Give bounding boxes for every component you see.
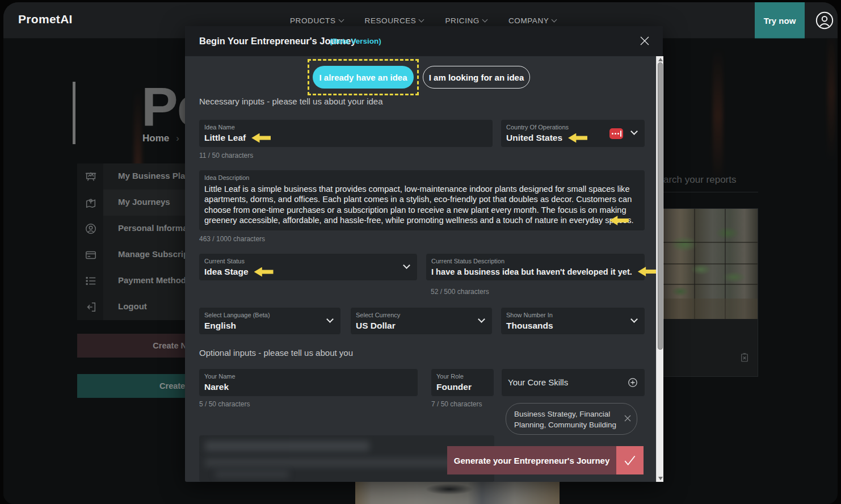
add-skill-icon[interactable] [628, 377, 638, 388]
optional-inputs-heading: Optional inputs - please tell us about y… [199, 348, 353, 358]
beta-version-badge: (Beta Version) [330, 37, 381, 45]
scroll-down-icon[interactable] [658, 477, 663, 480]
language-value: English [204, 321, 236, 331]
core-skills-tag[interactable]: Business Strategy, Financial Planning, C… [506, 403, 637, 435]
country-flag-icon [609, 128, 623, 139]
current-status-description-value: I have a business idea but haven't devel… [431, 267, 632, 276]
idea-description-label: Idea Description [204, 174, 250, 181]
annotation-arrow-icon [251, 133, 271, 143]
language-select[interactable]: Select Language (Beta) English [199, 308, 340, 334]
current-status-label: Current Status [204, 258, 245, 264]
core-skills-tag-text: Business Strategy, Financial Planning, C… [514, 410, 616, 429]
annotation-arrow-icon [568, 133, 587, 143]
current-status-description-field[interactable]: Current Status Description I have a busi… [426, 254, 645, 280]
your-role-counter: 7 / 50 characters [431, 400, 482, 408]
idea-description-value: Little Leaf is a simple business that pr… [204, 184, 638, 226]
chevron-down-icon [478, 316, 485, 323]
current-status-value: Idea Stage [204, 267, 249, 277]
your-role-field[interactable]: Your Role Founder [431, 369, 494, 396]
brand-logo[interactable]: PrometAI [18, 12, 73, 26]
annotation-arrow-icon [638, 267, 657, 276]
generate-confirm-check-icon[interactable] [616, 446, 644, 474]
annotation-arrow-icon [254, 267, 274, 277]
chevron-down-icon [630, 316, 638, 323]
scroll-up-icon[interactable] [658, 58, 663, 61]
chevron-down-icon [338, 16, 344, 22]
core-skills-field[interactable]: Your Core Skills [502, 369, 645, 396]
number-format-value: Thousands [506, 321, 553, 331]
idea-name-field[interactable]: Idea Name Little Leaf [199, 120, 493, 147]
close-icon[interactable] [639, 35, 650, 47]
current-status-select[interactable]: Current Status Idea Stage [199, 254, 417, 280]
try-now-button[interactable]: Try now [755, 2, 805, 39]
your-name-field[interactable]: Your Name Narek [199, 369, 418, 396]
currency-label: Select Currency [356, 312, 400, 318]
app-window: Pe Home › F My Business Plans My Journey… [3, 2, 838, 504]
remove-tag-icon[interactable] [624, 415, 631, 422]
nav-item-products[interactable]: PRODUCTS [290, 16, 343, 25]
necessary-inputs-heading: Necessary inputs - please tell us about … [199, 96, 383, 106]
country-select[interactable]: Country Of Operations United States [501, 120, 645, 147]
idea-name-counter: 11 / 50 characters [199, 152, 253, 159]
modal-scrollbar[interactable] [656, 56, 663, 482]
chevron-down-icon [552, 16, 557, 22]
current-status-description-counter: 52 / 500 characters [431, 288, 489, 296]
chevron-down-icon [326, 316, 334, 323]
core-skills-label: Your Core Skills [508, 377, 568, 387]
idea-name-value: Little Leaf [204, 133, 246, 143]
language-label: Select Language (Beta) [204, 312, 270, 318]
currency-select[interactable]: Select Currency US Dollar [351, 308, 492, 334]
generate-journey-button[interactable]: Generate your Entrepreneur's Journey [447, 446, 616, 474]
your-role-value: Founder [436, 382, 472, 392]
looking-for-idea-toggle-button[interactable]: I am looking for an idea [423, 66, 530, 89]
modal-header: Begin Your Entrepreneur's Journey (Beta … [185, 26, 663, 56]
nav-item-resources[interactable]: RESOURCES [365, 16, 424, 25]
current-status-description-label: Current Status Description [431, 258, 504, 264]
country-value: United States [506, 133, 562, 143]
chevron-down-icon [419, 16, 424, 22]
chevron-down-icon [630, 128, 638, 135]
nav-item-pricing[interactable]: PRICING [445, 16, 486, 25]
number-format-select[interactable]: Show Number In Thousands [501, 308, 645, 334]
currency-value: US Dollar [356, 321, 396, 331]
country-label: Country Of Operations [506, 124, 569, 131]
nav-item-company[interactable]: COMPANY [508, 16, 556, 25]
idea-description-field[interactable]: Idea Description Little Leaf is a simple… [199, 170, 645, 230]
entrepreneur-journey-modal: Begin Your Entrepreneur's Journey (Beta … [185, 26, 663, 482]
scrollbar-thumb[interactable] [658, 62, 663, 350]
your-name-counter: 5 / 50 characters [199, 400, 250, 408]
number-format-label: Show Number In [506, 312, 553, 318]
your-name-label: Your Name [204, 373, 236, 380]
chevron-down-icon [403, 262, 410, 269]
your-name-value: Narek [204, 382, 229, 392]
idea-name-label: Idea Name [204, 124, 235, 131]
idea-description-counter: 463 / 1000 characters [199, 235, 265, 243]
screen: Pe Home › F My Business Plans My Journey… [0, 0, 841, 504]
chevron-down-icon [482, 16, 488, 22]
your-role-label: Your Role [436, 373, 464, 380]
user-avatar-icon[interactable] [815, 11, 834, 30]
have-idea-toggle-button[interactable]: I already have an idea [313, 66, 414, 89]
